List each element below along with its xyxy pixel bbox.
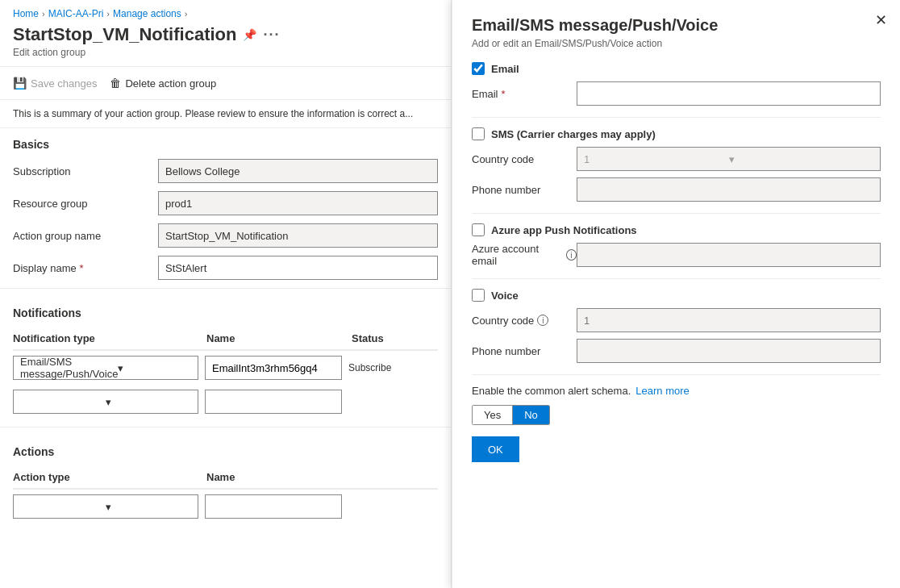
save-changes-button[interactable]: 💾 Save changes — [13, 73, 97, 93]
notification-type-value-1: Email/SMS message/Push/Voice — [20, 356, 118, 380]
email-checkbox[interactable] — [472, 62, 485, 75]
action-row-1: ▾ — [13, 490, 438, 523]
push-section: Azure app Push Notifications Azure accou… — [472, 223, 881, 267]
subscription-row: Subscription — [13, 159, 438, 183]
save-label: Save changes — [31, 77, 97, 90]
info-bar: This is a summary of your action group. … — [0, 100, 451, 128]
voice-phone-label: Phone number — [472, 345, 577, 357]
breadcrumb-manage-actions[interactable]: Manage actions — [113, 8, 181, 19]
toggle-no[interactable]: No — [513, 406, 549, 424]
voice-phone-row: Phone number — [472, 339, 881, 363]
sms-country-code-value: 1 — [584, 153, 729, 165]
breadcrumb-maic[interactable]: MAIC-AA-Pri — [48, 8, 104, 19]
sms-phone-label: Phone number — [472, 184, 577, 196]
display-name-input[interactable] — [158, 256, 438, 280]
notifications-name-header: Name — [206, 332, 352, 344]
sms-country-code-dropdown[interactable]: 1 ▾ — [577, 147, 881, 171]
alert-schema-text: Enable the common alert schema. — [472, 385, 631, 397]
sms-checkbox[interactable] — [472, 127, 485, 140]
action-type-header: Action type — [13, 471, 206, 483]
voice-country-code-label: Country code i — [472, 315, 577, 327]
right-panel: ✕ Email/SMS message/Push/Voice Add or ed… — [452, 0, 900, 588]
notifications-table-header: Notification type Name Status — [13, 327, 438, 351]
notification-name-input-2[interactable] — [205, 390, 342, 414]
dropdown-arrow-action-1: ▾ — [106, 501, 191, 513]
email-checkbox-row: Email — [472, 62, 881, 75]
email-checkbox-label: Email — [491, 63, 519, 75]
voice-country-code-row: Country code i — [472, 308, 881, 332]
push-checkbox-row: Azure app Push Notifications — [472, 223, 881, 236]
basics-section-title: Basics — [13, 138, 438, 151]
notifications-section: Notifications Notification type Name Sta… — [0, 297, 451, 419]
notification-row-1: Email/SMS message/Push/Voice ▾ Subscribe — [13, 351, 438, 385]
info-text: This is a summary of your action group. … — [13, 108, 413, 119]
breadcrumb-sep-3: › — [185, 9, 188, 19]
pin-icon[interactable]: 📌 — [243, 28, 256, 41]
resource-group-row: Resource group — [13, 191, 438, 215]
subscription-label: Subscription — [13, 165, 158, 177]
notification-type-dropdown-2[interactable]: ▾ — [13, 390, 198, 414]
email-input[interactable] — [577, 81, 881, 106]
sms-phone-row: Phone number — [472, 177, 881, 202]
basics-section: Basics Subscription Resource group Actio… — [0, 128, 451, 280]
resource-group-label: Resource group — [13, 198, 158, 210]
push-checkbox[interactable] — [472, 223, 485, 236]
panel-subtitle: Add or edit an Email/SMS/Push/Voice acti… — [472, 38, 881, 49]
voice-phone-input[interactable] — [577, 339, 881, 363]
email-field-row: Email * — [472, 81, 881, 106]
notification-type-dropdown-1[interactable]: Email/SMS message/Push/Voice ▾ — [13, 356, 198, 380]
actions-table-header: Action type Name — [13, 466, 438, 490]
delete-label: Delete action group — [125, 77, 216, 90]
sms-checkbox-label: SMS (Carrier charges may apply) — [491, 128, 656, 140]
page-title-row: StartStop_VM_Notification 📌 ··· — [0, 24, 451, 47]
display-name-value — [158, 256, 438, 280]
subscription-value — [158, 159, 438, 183]
breadcrumb: Home › MAIC-AA-Pri › Manage actions › — [0, 0, 451, 24]
sms-section: SMS (Carrier charges may apply) Country … — [472, 127, 881, 202]
display-name-label: Display name * — [13, 262, 158, 274]
notification-row-2: ▾ — [13, 385, 438, 419]
alert-schema-toggle[interactable]: Yes No — [472, 405, 550, 425]
push-info-icon[interactable]: i — [566, 249, 577, 261]
breadcrumb-sep-2: › — [106, 9, 110, 19]
voice-checkbox-label: Voice — [491, 290, 519, 302]
page-title-text: StartStop_VM_Notification — [13, 24, 236, 45]
subscription-input[interactable] — [158, 159, 438, 183]
push-email-label: Azure account email i — [472, 243, 577, 267]
ok-button[interactable]: OK — [472, 436, 519, 462]
toggle-yes[interactable]: Yes — [473, 406, 513, 424]
actions-section-title: Actions — [13, 445, 438, 458]
actions-section: Actions Action type Name ▾ — [0, 436, 451, 523]
dropdown-arrow-1: ▾ — [118, 362, 191, 374]
action-name-header: Name — [206, 471, 352, 483]
voice-country-code-input[interactable] — [577, 308, 881, 332]
panel-title: Email/SMS message/Push/Voice — [472, 16, 881, 35]
resource-group-value — [158, 191, 438, 215]
notifications-type-header: Notification type — [13, 332, 206, 344]
action-type-dropdown-1[interactable]: ▾ — [13, 494, 198, 519]
delete-icon: 🗑 — [110, 77, 121, 90]
sms-country-code-row: Country code 1 ▾ — [472, 147, 881, 171]
email-label: Email * — [472, 88, 577, 100]
push-email-input[interactable] — [577, 243, 881, 267]
voice-info-icon[interactable]: i — [537, 315, 548, 326]
more-icon[interactable]: ··· — [263, 27, 280, 44]
resource-group-input[interactable] — [158, 191, 438, 215]
learn-more-link[interactable]: Learn more — [635, 385, 689, 397]
breadcrumb-home[interactable]: Home — [13, 8, 39, 19]
notification-status-1: Subscribe — [348, 362, 391, 373]
voice-checkbox[interactable] — [472, 289, 485, 302]
action-name-input-1[interactable] — [205, 494, 342, 519]
delete-action-group-button[interactable]: 🗑 Delete action group — [110, 73, 216, 93]
action-group-name-row: Action group name — [13, 223, 438, 248]
email-required: * — [502, 88, 506, 100]
email-section: Email Email * — [472, 62, 881, 106]
alert-schema-row: Enable the common alert schema. Learn mo… — [472, 385, 881, 397]
sms-phone-input[interactable] — [577, 177, 881, 202]
display-name-row: Display name * — [13, 256, 438, 280]
push-checkbox-label: Azure app Push Notifications — [491, 224, 637, 236]
notification-name-input-1[interactable] — [205, 356, 342, 380]
close-button[interactable]: ✕ — [875, 13, 887, 27]
action-group-name-input[interactable] — [158, 223, 438, 248]
left-panel: Home › MAIC-AA-Pri › Manage actions › St… — [0, 0, 452, 588]
